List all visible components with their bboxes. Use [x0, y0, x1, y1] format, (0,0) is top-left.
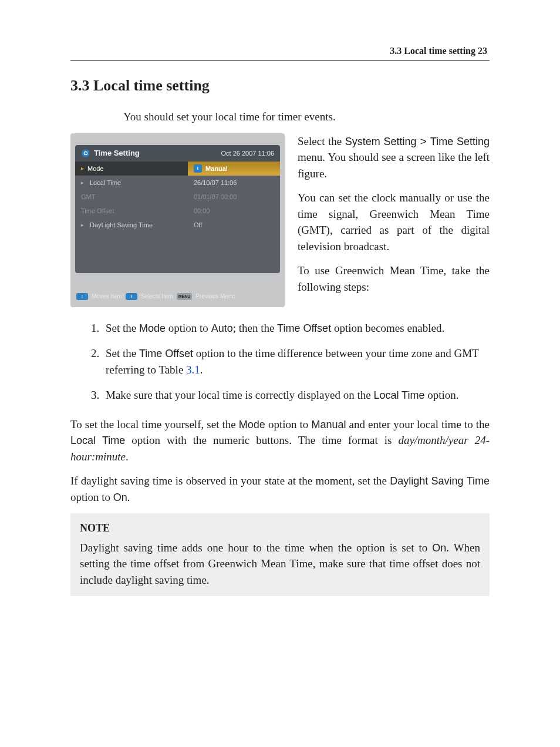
time-setting-screenshot: Time Setting Oct 26 2007 11:06 ▸ Mode i … — [70, 133, 285, 307]
table-row: GMT 01/01/07 00:00 — [75, 190, 280, 204]
chevron-right-icon: ▸ — [81, 165, 84, 171]
panel-body: ▸Local Time 26/10/07 11:06 GMT 01/01/07 … — [75, 176, 280, 273]
option-mode: Mode — [139, 322, 166, 334]
chevron-right-icon: ▸ — [81, 180, 84, 186]
ok-icon: i — [126, 293, 137, 300]
menu-path-system-setting: System Setting — [345, 136, 417, 147]
panel-timestamp: Oct 26 2007 11:06 — [221, 150, 274, 157]
option-auto: Auto — [211, 322, 233, 334]
option-manual: Manual — [311, 419, 346, 430]
table-row: ▸DayLight Saving Time Off — [75, 218, 280, 232]
note-body: Daylight saving time adds one hour to th… — [80, 540, 480, 588]
selected-row: ▸ Mode i Manual — [75, 161, 280, 176]
option-time-offset: Time Offset — [277, 322, 331, 334]
option-time-offset: Time Offset — [139, 348, 193, 359]
option-daylight-saving-time: Daylight Saving Time — [390, 475, 490, 487]
option-on: On — [432, 542, 446, 554]
table-reference-link[interactable]: 3.1 — [186, 364, 200, 376]
menu-path-time-setting: Time Setting — [430, 136, 490, 147]
note-box: NOTE Daylight saving time adds one hour … — [70, 513, 490, 596]
menu-badge: MENU — [177, 293, 193, 300]
selected-row-value: Manual — [205, 165, 228, 172]
row-label: Local Time — [90, 179, 121, 186]
svg-point-0 — [82, 149, 89, 157]
row-value: 26/10/07 11:06 — [194, 179, 237, 186]
after-paragraph-2: If daylight saving time is observed in y… — [70, 473, 490, 505]
list-item: Set the Time Offset option to the time d… — [102, 345, 490, 378]
gear-icon — [81, 149, 90, 158]
panel-title-row: Time Setting Oct 26 2007 11:06 — [75, 145, 280, 161]
hint-moves: Moves Item — [92, 293, 122, 300]
hint-prev: Previous Menu — [195, 293, 235, 300]
after-paragraph-1: To set the local time yourself, set the … — [70, 416, 490, 465]
option-local-time: Local Time — [373, 389, 424, 401]
row-label: Time Offset — [81, 207, 114, 214]
steps-list: Set the Mode option to Auto; then the Ti… — [70, 320, 490, 403]
row-value: 00:00 — [194, 207, 210, 214]
option-on: On — [113, 492, 127, 503]
row-value: 01/01/07 00:00 — [194, 193, 237, 200]
selected-row-label: Mode — [87, 165, 104, 172]
list-item: Make sure that your local time is correc… — [102, 387, 490, 403]
gt-symbol: > — [417, 135, 430, 147]
row-label: GMT — [81, 193, 95, 200]
table-row: ▸Local Time 26/10/07 11:06 — [75, 176, 280, 190]
panel-hints: ↕ Moves Item i Selects Item MENU Previou… — [75, 293, 280, 300]
option-local-time: Local Time — [70, 435, 125, 446]
arrows-icon: ↕ — [76, 293, 88, 300]
ok-icon: i — [194, 164, 202, 173]
running-header: 3.3 Local time setting 23 — [70, 46, 490, 56]
option-mode: Mode — [239, 419, 265, 430]
chevron-right-icon: ▸ — [81, 222, 84, 228]
intro-paragraph: You should set your local time for timer… — [70, 109, 490, 125]
section-heading: 3.3 Local time setting — [70, 77, 490, 95]
hint-selects: Selects Item — [141, 293, 173, 300]
header-rule — [70, 60, 490, 60]
note-title: NOTE — [80, 520, 480, 536]
list-item: Set the Mode option to Auto; then the Ti… — [102, 320, 490, 337]
row-label: DayLight Saving Time — [90, 221, 153, 228]
figure-and-text-block: Time Setting Oct 26 2007 11:06 ▸ Mode i … — [70, 133, 490, 307]
panel-title: Time Setting — [94, 149, 140, 157]
table-row: Time Offset 00:00 — [75, 204, 280, 218]
page: 3.3 Local time setting 23 3.3 Local time… — [0, 0, 560, 747]
row-value: Off — [194, 221, 202, 228]
